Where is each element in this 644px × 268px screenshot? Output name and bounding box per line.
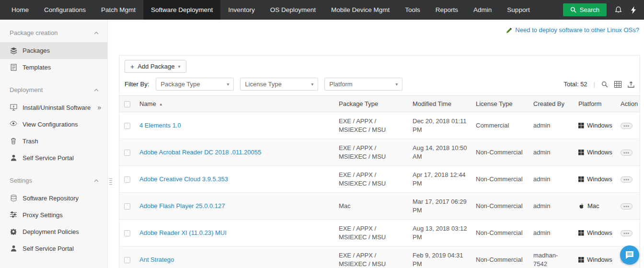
- sidebar-section-package-creation[interactable]: Package creation: [0, 20, 107, 42]
- notification-button[interactable]: [610, 0, 626, 20]
- section-title: Package creation: [10, 29, 58, 36]
- sidebar-item-label: Deployment Policies: [23, 228, 86, 236]
- row-checkbox[interactable]: [124, 230, 130, 236]
- row-actions-button[interactable]: •••: [621, 123, 632, 129]
- select-all-checkbox[interactable]: [124, 101, 130, 107]
- row-actions-button[interactable]: •••: [621, 150, 632, 156]
- separator: |: [594, 81, 595, 88]
- notification-icon: [615, 6, 622, 14]
- platform-cell: Mac: [578, 202, 613, 210]
- sidebar-item-label: Packages: [23, 47, 57, 55]
- packages-panel: + Add Package ▾ Filter By: Package Type …: [119, 55, 640, 268]
- row-checkbox[interactable]: [124, 150, 130, 156]
- package-type-filter-dropdown[interactable]: Package Type ▾: [156, 78, 234, 91]
- submenu-arrow-icon[interactable]: »: [97, 104, 101, 112]
- chevron-up-icon: [94, 179, 99, 182]
- caret-down-icon: ▾: [395, 82, 398, 87]
- nav-tab-os-deployment[interactable]: OS Deployment: [263, 0, 323, 20]
- package-type-cell: EXE / APPX / MSIEXEC / MSU: [335, 220, 409, 246]
- sidebar-item-self-service-portal-settings[interactable]: Self Service Portal: [0, 240, 107, 257]
- row-checkbox[interactable]: [124, 203, 130, 210]
- sidebar-item-trash[interactable]: Trash: [0, 133, 107, 150]
- column-header-modified-time[interactable]: Modified Time: [409, 96, 472, 112]
- sidebar-item-deployment-policies[interactable]: Deployment Policies: [0, 223, 107, 240]
- sidebar-item-software-repository[interactable]: Software Repository: [0, 190, 107, 207]
- modified-time-cell: Mar 17, 2017 06:29 PM: [409, 193, 472, 220]
- sidebar-item-templates[interactable]: Templates: [0, 59, 107, 76]
- nav-tab-home[interactable]: Home: [0, 0, 36, 20]
- platform-filter-dropdown[interactable]: Platform ▾: [324, 78, 402, 91]
- packages-table: Name▲ Package Type Modified Time License…: [119, 95, 640, 268]
- package-name-link[interactable]: 4 Elements 1.0: [139, 122, 181, 129]
- package-name-link[interactable]: Adobe Flash Player 25.0.0.127: [139, 202, 225, 210]
- modified-time-cell: Aug 13, 2018 03:12 PM: [409, 220, 472, 246]
- nav-tab-software-deployment[interactable]: Software Deployment: [143, 0, 220, 20]
- package-name-link[interactable]: Adobe Creative Cloud 3.9.5.353: [139, 175, 228, 183]
- deploy-other-linux-link[interactable]: Need to deploy software to other Linux O…: [515, 26, 639, 34]
- modified-time-cell: Dec 20, 2018 01:11 PM: [409, 112, 472, 139]
- package-type-cell: EXE / APPX / MSIEXEC / MSU: [335, 246, 409, 268]
- nav-tab-reports[interactable]: Reports: [428, 0, 466, 20]
- sidebar-item-label: Templates: [23, 63, 58, 71]
- add-package-row: + Add Package ▾: [119, 56, 640, 76]
- sidebar-item-label: View Configurations: [23, 120, 84, 128]
- platform-cell: Windows: [578, 121, 613, 130]
- apple-icon: [578, 203, 585, 210]
- add-package-button[interactable]: + Add Package ▾: [125, 60, 186, 73]
- sidebar-item-label: Self Service Portal: [23, 245, 80, 253]
- sidebar-section-deployment[interactable]: Deployment: [0, 76, 107, 99]
- windows-icon: [578, 123, 584, 128]
- created-by-cell: madhan-7542: [529, 246, 575, 268]
- nav-tab-configurations[interactable]: Configurations: [36, 0, 93, 20]
- created-by-cell: admin: [529, 220, 575, 246]
- top-navbar: Home Configurations Patch Mgmt Software …: [0, 0, 644, 20]
- nav-tab-patch-mgmt[interactable]: Patch Mgmt: [93, 0, 143, 20]
- row-actions-button[interactable]: •••: [621, 203, 632, 210]
- column-header-created-by[interactable]: Created By: [529, 96, 575, 112]
- sidebar-resize-handle[interactable]: [108, 173, 113, 190]
- chat-support-button[interactable]: [620, 245, 639, 265]
- dropdown-value: Platform: [329, 81, 352, 88]
- nav-tab-admin[interactable]: Admin: [466, 0, 499, 20]
- row-checkbox[interactable]: [124, 123, 130, 129]
- sidebar-section-settings[interactable]: Settings: [0, 166, 107, 190]
- search-button-label: Search: [580, 6, 599, 13]
- sidebar-item-label: Trash: [23, 137, 45, 145]
- column-header-platform[interactable]: Platform: [575, 96, 617, 112]
- windows-icon: [578, 176, 584, 182]
- column-header-name[interactable]: Name▲: [136, 96, 335, 112]
- license-type-filter-dropdown[interactable]: License Type ▾: [240, 78, 318, 91]
- sidebar-item-self-service-portal[interactable]: Self Service Portal: [0, 150, 107, 166]
- sidebar-item-view-configurations[interactable]: View Configurations: [0, 116, 107, 133]
- quick-actions-button[interactable]: [626, 0, 641, 20]
- nav-tab-inventory[interactable]: Inventory: [220, 0, 263, 20]
- row-actions-button[interactable]: •••: [621, 176, 632, 183]
- row-checkbox[interactable]: [124, 257, 130, 263]
- table-search-icon[interactable]: [601, 81, 608, 88]
- export-icon[interactable]: [628, 81, 634, 88]
- package-name-link[interactable]: Ant Stratego: [139, 256, 174, 263]
- package-name-link[interactable]: Adobe Acrobat Reader DC 2018 .011.20055: [139, 149, 261, 156]
- sidebar-item-packages[interactable]: Packages: [0, 42, 107, 59]
- nav-tab-mobile-device-mgmt[interactable]: Mobile Device Mgmt: [323, 0, 397, 20]
- caret-down-icon: ▾: [227, 82, 229, 87]
- row-checkbox[interactable]: [124, 176, 130, 183]
- sidebar-item-install-uninstall-software[interactable]: Install/Uninstall Software »: [0, 99, 107, 116]
- column-header-package-type[interactable]: Package Type: [335, 96, 409, 112]
- created-by-cell: admin: [529, 112, 575, 139]
- sliders-icon: [10, 211, 17, 218]
- row-actions-button[interactable]: •••: [621, 230, 632, 236]
- package-name-link[interactable]: Adobe Reader XI (11.0.23) MUI: [139, 229, 227, 236]
- section-title: Deployment: [10, 86, 43, 93]
- chat-icon: [625, 251, 634, 259]
- column-header-license-type[interactable]: License Type: [472, 96, 529, 112]
- package-type-cell: Mac: [335, 193, 409, 220]
- search-button[interactable]: Search: [563, 3, 607, 16]
- column-chooser-icon[interactable]: [614, 81, 621, 88]
- license-type-cell: Non-Commercial: [472, 220, 529, 246]
- add-package-label: Add Package: [138, 63, 174, 70]
- nav-tab-tools[interactable]: Tools: [397, 0, 428, 20]
- modified-time-cell: Apr 17, 2018 12:44 PM: [409, 166, 472, 193]
- nav-tab-support[interactable]: Support: [499, 0, 537, 20]
- sidebar-item-proxy-settings[interactable]: Proxy Settings: [0, 207, 107, 223]
